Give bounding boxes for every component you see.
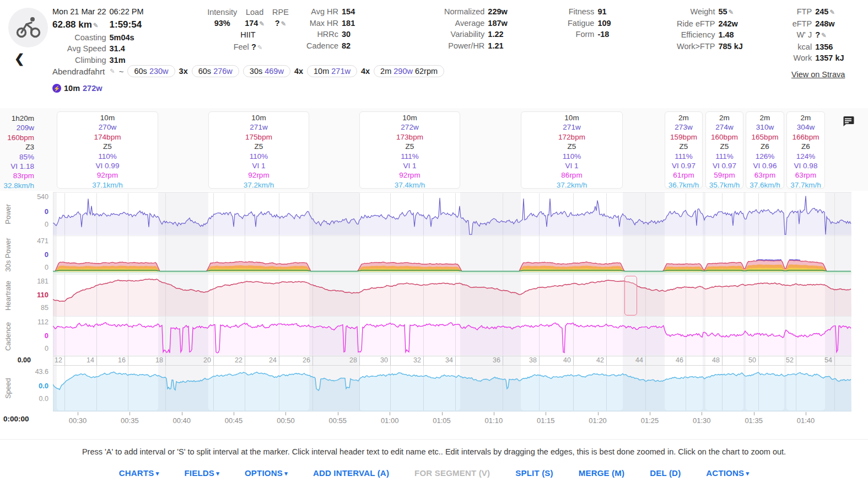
comment-icon[interactable] [842,115,855,128]
menu-fields[interactable]: FIELDS ▾ [184,468,219,478]
fitness-col-value: 91 [597,7,611,18]
whole-ride-summary[interactable]: 1h20m 209w 160bpm Z3 85% VI 1.18 83rpm 3… [0,114,34,190]
ride-duration: 1:59:54 [110,18,144,32]
edit-weight-icon[interactable]: ✎ [729,9,734,15]
hr-col-label: Avg HR [306,7,338,18]
distance-tick-label: 32 [401,356,421,364]
interval-edge-marker[interactable] [624,276,637,315]
distance-tick-label: 46 [664,356,683,364]
edit-wj-icon[interactable]: ✎ [821,32,827,39]
interval-chip[interactable]: 30s 469w [243,65,290,77]
card-zone: Z5 [209,142,309,151]
track-label-speed: Speed [4,378,12,399]
card-hr: 174bpm [57,132,158,142]
menu-options[interactable]: OPTIONS ▾ [245,468,288,478]
card-vi: VI 0.97 [665,161,702,170]
time-tick-mark [806,412,806,415]
menu-merge-m[interactable]: MERGE (M) [579,468,624,478]
distance-tick-label: 16 [106,356,126,364]
menu-actions[interactable]: ACTIONS ▾ [706,468,749,478]
distance-tick-label: 38 [517,356,537,364]
card-zone: Z5 [521,142,622,151]
menu-del-d[interactable]: DEL (D) [650,468,681,478]
interval-card[interactable]: 2m274w160bpmZ5111%VI 0.9759rpm35.7km/h [705,111,743,189]
distance-tick-label: 22 [223,356,242,364]
card-zone: Z5 [706,142,743,151]
card-vi: VI 1 [360,161,460,170]
ride-distance: 62.88 km✎ [52,18,106,32]
chip-repeat-prefix: 4x [294,67,303,76]
edit-name-icon[interactable]: ✎ [110,67,115,75]
back-button[interactable]: ❮ [14,52,24,66]
menu-split-s[interactable]: SPLIT (S) [515,468,553,478]
menu-charts[interactable]: CHARTS ▾ [119,468,159,478]
time-tick-label: 01:25 [633,416,666,425]
edit-feel-icon[interactable]: ✎ [257,44,263,51]
interval-chip[interactable]: 60s 230w [127,65,175,77]
left-stat-value: 5m04s [110,33,144,44]
time-tick-mark [182,412,182,415]
edit-rpe-icon[interactable]: ✎ [281,20,287,27]
chart-plot[interactable] [53,192,851,411]
edit-ftp-icon[interactable]: ✎ [829,9,835,15]
card-pct: 111% [706,152,743,161]
load-header: Load [245,7,265,18]
interval-chip[interactable]: 2m 290w 62rpm [374,65,444,77]
axis-tick: 0.0 [17,395,48,403]
axis-tick: 181 [17,277,48,285]
chevron-down-icon: ▾ [283,470,288,477]
interval-card[interactable]: 2m310w165bpmZ6126%VI 0.9663rpm37.6km/h [746,111,784,189]
weight-col-label: Work>FTP [677,41,715,52]
interval-card[interactable]: 10m271w175bpmZ5110%VI 192rpm37.2km/h [208,111,309,189]
left-stat-label: Avg Speed [52,44,106,55]
time-tick-label: 01:30 [685,416,718,425]
power-col-label: Normalized [444,7,484,18]
time-tick-mark [598,412,599,415]
card-kmh: 35.7km/h [706,180,743,190]
interval-card[interactable]: 2m273w159bpmZ5111%VI 0.9761rpm36.7km/h [665,111,703,189]
interval-card[interactable]: 2m304w166bpmZ6124%VI 0.9863rpm37.7km/h [786,111,825,189]
distance-tick-label: 18 [143,356,163,364]
distance-tick-label: 20 [191,356,211,364]
card-kmh: 37.7km/h [787,180,824,190]
card-rpm: 86rpm [521,170,622,180]
distance-tick-label: 24 [257,356,277,364]
distance-origin: 0.00 [0,356,31,364]
card-vi: VI 0.99 [57,161,158,170]
card-rpm: 92rpm [209,170,309,180]
view-on-strava-link[interactable]: View on Strava [791,70,845,79]
distance-tick-label: 28 [337,356,357,364]
distance-tick-label: 50 [736,356,756,364]
weight-col-label: Weight [677,7,715,18]
interval-card[interactable]: 10m270w174bpmZ5110%VI 0.9992rpm37.1km/h [57,111,158,189]
card-rpm: 63rpm [746,170,784,180]
axis-tick: 0 [17,250,48,259]
card-rpm: 92rpm [57,170,158,180]
menu-add-interval-a[interactable]: ADD INTERVAL (A) [313,468,389,478]
distance-tick-label: 14 [74,356,94,364]
ride-date: Mon 21 Mar 22 [52,7,106,18]
edit-distance-icon[interactable]: ✎ [93,22,99,29]
interval-chip[interactable]: 10m 271w [307,65,357,77]
card-kmh: 37.2km/h [209,180,309,190]
interval-card[interactable]: 10m271w172bpmZ5110%VI 186rpm37.2km/h [521,111,623,189]
weight-col-value: 1.48 [718,30,742,41]
chevron-down-icon: ▾ [214,470,219,477]
workout-type: HIIT [203,30,293,40]
ftp-col-label: FTP [791,7,812,18]
chip-repeat-prefix: 4x [361,67,370,76]
hr-col-label: HRRc [306,29,338,40]
help-text: Press 'A' to add interval or 'S' to spli… [0,447,868,456]
interval-chip[interactable]: 60s 276w [192,65,239,77]
left-stat-value: 31.4 [110,44,144,55]
activity-name[interactable]: Abendradfahrt [52,67,105,76]
distance-tick-label: 44 [623,356,643,364]
edit-load-icon[interactable]: ✎ [259,20,265,27]
ftp-col-value: 248w [815,19,845,30]
card-rpm: 92rpm [360,170,460,180]
chip-duration: 60s [198,67,213,76]
ftp-col-label: kcal [791,42,812,53]
interval-card[interactable]: 10m272w173bpmZ5111%VI 192rpm37.4km/h [359,111,460,189]
tilde-separator: ~ [119,67,124,76]
lightning-icon: ⚡ [52,84,61,93]
